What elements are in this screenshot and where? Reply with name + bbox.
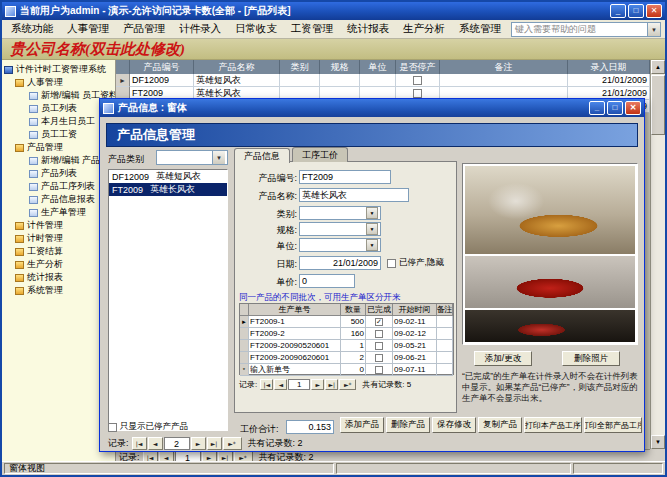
- sidebar-item-hr[interactable]: 人事管理: [2, 76, 115, 89]
- chevron-down-icon[interactable]: ▼: [366, 239, 378, 251]
- menu-hr[interactable]: 人事管理: [60, 20, 116, 38]
- cell-discontinued[interactable]: ✓: [396, 74, 440, 87]
- cell-unit[interactable]: [360, 74, 396, 87]
- cell-order-no[interactable]: FT2009-20090520601: [249, 340, 341, 352]
- column-header-discontinued[interactable]: 是否停产: [396, 60, 440, 74]
- print-product-process-button[interactable]: 打印本产品工序: [524, 417, 582, 433]
- cell-start-date[interactable]: 09-02-11: [393, 316, 437, 328]
- cell-qty[interactable]: 0: [341, 364, 366, 376]
- cell-product-name[interactable]: 英雄短风衣: [194, 74, 280, 87]
- company-name[interactable]: 贵公司名称(双击此处修改): [2, 40, 185, 59]
- discontinued-hide-option[interactable]: ✓ 已停产,隐藏: [387, 257, 444, 269]
- menu-reports[interactable]: 统计报表: [340, 20, 396, 38]
- date-field[interactable]: 21/01/2009: [299, 256, 381, 270]
- last-record-button[interactable]: ►|: [207, 437, 222, 450]
- row-selector[interactable]: ►: [240, 316, 249, 328]
- dialog-maximize-button[interactable]: □: [607, 101, 623, 115]
- record-position-input[interactable]: 2: [164, 437, 190, 450]
- cell-done[interactable]: ✓: [366, 364, 393, 376]
- new-record-button[interactable]: ►*: [223, 437, 242, 450]
- table-row[interactable]: FT2009-20090620601 2 ✓ 09-06-21: [240, 352, 453, 364]
- scroll-down-icon[interactable]: ▼: [651, 435, 665, 449]
- done-checkbox[interactable]: ✓: [375, 342, 383, 350]
- chevron-down-icon[interactable]: ▼: [366, 223, 378, 235]
- cell-order-no[interactable]: FT2009-20090620601: [249, 352, 341, 364]
- column-header-unit[interactable]: 单位: [360, 60, 396, 74]
- table-row[interactable]: ► FT2009-1 500 ✓ 09-02-11: [240, 316, 453, 328]
- cell-start-date[interactable]: 09-06-21: [393, 352, 437, 364]
- cell-remark[interactable]: [437, 352, 453, 364]
- product-id-field[interactable]: FT2009: [299, 170, 391, 184]
- column-header-qty[interactable]: 数量: [341, 304, 366, 316]
- maximize-button[interactable]: □: [628, 4, 644, 18]
- next-record-button[interactable]: ►: [311, 379, 324, 390]
- cell-category[interactable]: [280, 74, 320, 87]
- cell-start-date[interactable]: 09-07-11: [393, 364, 437, 376]
- new-row-selector[interactable]: *: [240, 364, 249, 376]
- copy-product-button[interactable]: 复制产品: [478, 417, 522, 433]
- column-header-start[interactable]: 开始时间: [393, 304, 437, 316]
- discontinued-checkbox[interactable]: ✓: [413, 89, 422, 98]
- menu-system[interactable]: 系统功能: [4, 20, 60, 38]
- list-item-selected[interactable]: FT2009 英雄长风衣: [109, 183, 227, 196]
- column-header-order-no[interactable]: 生产单号: [249, 304, 341, 316]
- minimize-button[interactable]: _: [610, 4, 626, 18]
- prev-record-button[interactable]: ◄: [148, 437, 163, 450]
- save-changes-button[interactable]: 保存修改: [432, 417, 476, 433]
- cell-remark[interactable]: [437, 364, 453, 376]
- cell-start-date[interactable]: 09-05-21: [393, 340, 437, 352]
- table-row[interactable]: FT2009-2 160 ✓ 09-02-12: [240, 328, 453, 340]
- row-selector[interactable]: ►: [116, 74, 130, 87]
- done-checkbox[interactable]: ✓: [375, 330, 383, 338]
- list-item[interactable]: DF12009 英雄短风衣: [109, 170, 227, 183]
- chevron-down-icon[interactable]: ▼: [366, 207, 378, 219]
- done-checkbox[interactable]: ✓: [375, 366, 383, 374]
- cell-entry-date[interactable]: 21/01/2009: [568, 74, 650, 87]
- cell-qty[interactable]: 2: [341, 352, 366, 364]
- column-header-product-id[interactable]: 产品编号: [130, 60, 194, 74]
- vertical-scrollbar[interactable]: ▲ ▼: [650, 60, 665, 449]
- only-discontinued-option[interactable]: ✓ 只显示已停产产品: [108, 421, 188, 433]
- cell-remark[interactable]: [437, 328, 453, 340]
- cell-done[interactable]: ✓: [366, 352, 393, 364]
- scrollbar-thumb[interactable]: [651, 75, 665, 135]
- sidebar-item-root[interactable]: 计件计时工资管理系统: [2, 63, 115, 76]
- chevron-down-icon[interactable]: ▼: [647, 23, 660, 36]
- delete-product-button[interactable]: 删除产品: [386, 417, 430, 433]
- cell-product-id[interactable]: DF12009: [130, 74, 194, 87]
- column-header-product-name[interactable]: 产品名称: [194, 60, 280, 74]
- prev-record-button[interactable]: ◄: [274, 379, 287, 390]
- column-header-entry-date[interactable]: 录入日期: [568, 60, 650, 74]
- menu-product[interactable]: 产品管理: [116, 20, 172, 38]
- menu-daily-expense[interactable]: 日常收支: [228, 20, 284, 38]
- cell-done[interactable]: ✓: [366, 328, 393, 340]
- column-header-remark[interactable]: 备注: [437, 304, 453, 316]
- photo-add-button[interactable]: 添加/更改: [474, 351, 532, 366]
- menu-piecework-entry[interactable]: 计件录入: [172, 20, 228, 38]
- menu-system-admin[interactable]: 系统管理: [452, 20, 508, 38]
- cell-qty[interactable]: 1: [341, 340, 366, 352]
- company-banner[interactable]: 贵公司名称(双击此处修改): [2, 39, 665, 60]
- product-listbox[interactable]: DF12009 英雄短风衣 FT2009 英雄长风衣: [108, 169, 228, 431]
- price-total-field[interactable]: 0.153: [286, 420, 334, 434]
- scroll-up-icon[interactable]: ▲: [651, 60, 665, 74]
- row-selector[interactable]: [240, 340, 249, 352]
- menu-production-analysis[interactable]: 生产分析: [396, 20, 452, 38]
- column-header-remark[interactable]: 备注: [440, 60, 568, 74]
- price-field[interactable]: 0: [299, 274, 355, 288]
- cell-qty[interactable]: 500: [341, 316, 366, 328]
- table-row-new[interactable]: * 输入新单号 0 ✓ 09-07-11: [240, 364, 453, 376]
- print-all-process-button[interactable]: 打印全部产品工序: [584, 417, 642, 433]
- spec-combobox[interactable]: ▼: [299, 222, 381, 236]
- row-selector[interactable]: [240, 352, 249, 364]
- record-position-input[interactable]: 1: [288, 379, 310, 390]
- tab-product-info[interactable]: 产品信息: [234, 148, 290, 163]
- product-name-field[interactable]: 英雄长风衣: [299, 188, 409, 202]
- help-search-input[interactable]: 键入需要帮助的问题 ▼: [511, 22, 661, 37]
- first-record-button[interactable]: |◄: [132, 437, 147, 450]
- cell-remark[interactable]: [437, 340, 453, 352]
- last-record-button[interactable]: ►|: [325, 379, 338, 390]
- tab-process-price[interactable]: 工序工价: [292, 147, 348, 162]
- column-header-category[interactable]: 类别: [280, 60, 320, 74]
- cell-order-no[interactable]: FT2009-2: [249, 328, 341, 340]
